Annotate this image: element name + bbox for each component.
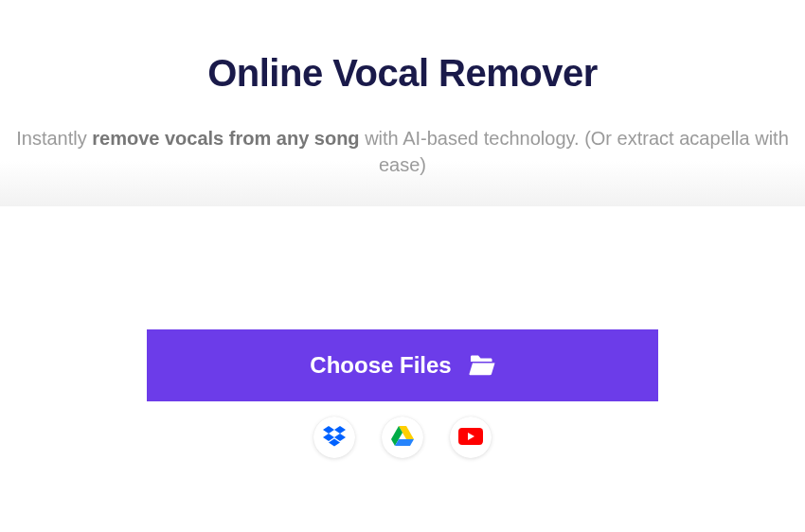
folder-open-icon: [469, 355, 495, 376]
subtitle-prefix: Instantly: [16, 128, 92, 149]
page-subtitle: Instantly remove vocals from any song wi…: [0, 125, 805, 178]
hero-section: Online Vocal Remover Instantly remove vo…: [0, 0, 805, 206]
page-title: Online Vocal Remover: [0, 52, 805, 95]
dropbox-source-button[interactable]: [313, 417, 355, 458]
google-drive-icon: [391, 426, 414, 450]
youtube-icon: [458, 428, 483, 448]
subtitle-suffix: with AI-based technology. (Or extract ac…: [360, 128, 789, 175]
google-drive-source-button[interactable]: [382, 417, 423, 458]
upload-area: Choose Files: [0, 206, 805, 458]
dropbox-icon: [323, 426, 346, 450]
youtube-source-button[interactable]: [450, 417, 492, 458]
subtitle-bold: remove vocals from any song: [92, 128, 359, 149]
source-buttons-row: [313, 417, 492, 458]
choose-files-button[interactable]: Choose Files: [147, 329, 658, 401]
choose-files-label: Choose Files: [310, 352, 451, 379]
